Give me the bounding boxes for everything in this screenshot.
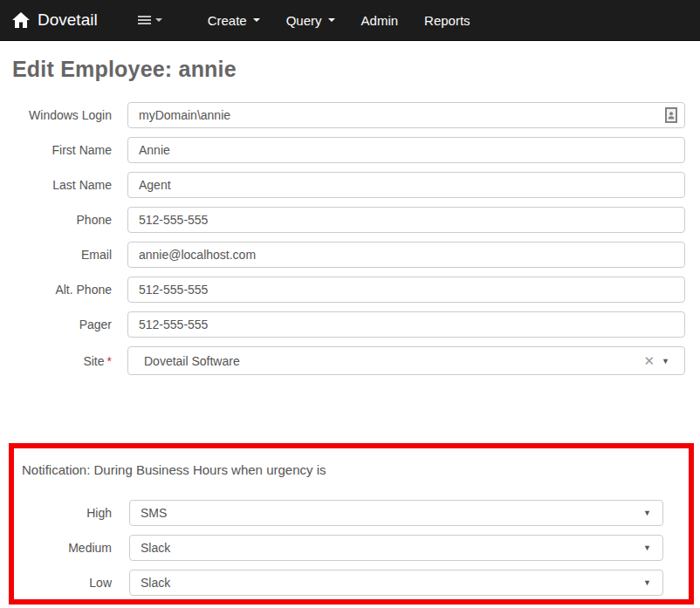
alt-phone-input[interactable]	[127, 277, 685, 303]
high-label: High	[14, 506, 112, 520]
nav-item-admin[interactable]: Admin	[348, 0, 412, 41]
list-menu-button[interactable]	[138, 14, 162, 26]
form-row-alt-phone: Alt. Phone	[0, 277, 700, 303]
nav-item-query[interactable]: Query	[273, 0, 348, 41]
form-row-first-name: First Name	[0, 137, 700, 163]
pager-input[interactable]	[127, 311, 685, 338]
site-label-text: Site	[83, 354, 104, 368]
form-row-email: Email	[0, 242, 700, 268]
site-select[interactable]: Dovetail Software	[127, 346, 685, 375]
first-name-label: First Name	[0, 143, 112, 157]
low-select-value: Slack	[130, 576, 643, 590]
nav-item-create[interactable]: Create	[195, 0, 273, 41]
dropdown-caret-icon	[643, 509, 662, 517]
caret-down-icon	[155, 18, 162, 22]
required-asterisk: *	[107, 354, 112, 368]
dropdown-caret-icon[interactable]	[662, 357, 684, 365]
nav-item-label: Query	[286, 0, 322, 41]
notification-section-title: Notification: During Business Hours when…	[22, 462, 689, 477]
low-label: Low	[14, 576, 112, 590]
home-icon	[12, 12, 30, 29]
last-name-label: Last Name	[0, 178, 112, 192]
windows-login-label: Windows Login	[0, 108, 112, 122]
high-select-value: SMS	[130, 506, 643, 520]
nav-item-label: Reports	[424, 0, 470, 41]
caret-down-icon	[253, 18, 260, 22]
first-name-input[interactable]	[127, 137, 685, 163]
phone-input[interactable]	[127, 207, 685, 233]
form-row-phone: Phone	[0, 207, 700, 233]
high-urgency-select[interactable]: SMS	[129, 500, 663, 526]
nav-item-label: Admin	[361, 0, 399, 41]
notif-row-low: Low Slack	[14, 570, 689, 596]
notification-highlight-box: Notification: During Business Hours when…	[9, 443, 694, 605]
medium-label: Medium	[14, 541, 112, 555]
form-row-windows-login: Windows Login	[0, 102, 700, 128]
notification-rows: High SMS Medium Slack Low Slack	[14, 500, 689, 596]
site-label: Site*	[0, 354, 112, 368]
brand-label: Dovetail	[38, 10, 98, 30]
page-title: Edit Employee: annie	[12, 57, 700, 82]
windows-login-input[interactable]	[127, 102, 685, 128]
list-icon	[138, 14, 151, 26]
nav-links: Create Query Admin Reports	[195, 0, 484, 41]
last-name-input[interactable]	[127, 172, 685, 198]
nav-item-reports[interactable]: Reports	[411, 0, 484, 41]
phone-label: Phone	[0, 213, 112, 227]
email-label: Email	[0, 248, 112, 262]
nav-item-label: Create	[208, 0, 247, 41]
brand-link[interactable]: Dovetail	[0, 10, 98, 30]
top-navbar: Dovetail Create Query Admin Reports	[0, 0, 700, 41]
email-input[interactable]	[127, 242, 685, 268]
alt-phone-label: Alt. Phone	[0, 283, 112, 297]
site-select-value: Dovetail Software	[128, 354, 636, 368]
medium-select-value: Slack	[130, 541, 643, 555]
employee-form: Windows Login First Name Last Name Phone	[0, 102, 700, 375]
dropdown-caret-icon	[643, 578, 662, 587]
medium-urgency-select[interactable]: Slack	[129, 535, 663, 561]
form-row-pager: Pager	[0, 311, 700, 338]
low-urgency-select[interactable]: Slack	[129, 570, 663, 596]
dropdown-caret-icon	[643, 543, 662, 552]
notif-row-high: High SMS	[14, 500, 689, 526]
contact-autofill-icon[interactable]	[665, 107, 677, 123]
caret-down-icon	[328, 18, 335, 22]
notif-row-medium: Medium Slack	[14, 535, 689, 561]
clear-icon[interactable]	[636, 353, 662, 369]
form-row-site: Site* Dovetail Software	[0, 346, 700, 375]
form-row-last-name: Last Name	[0, 172, 700, 198]
pager-label: Pager	[0, 318, 112, 331]
